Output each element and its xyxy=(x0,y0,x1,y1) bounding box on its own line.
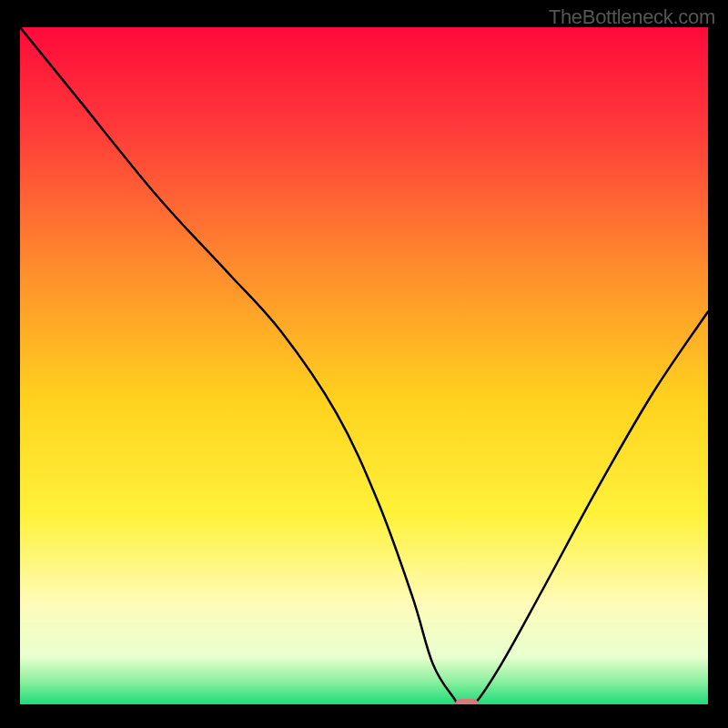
watermark-text: TheBottleneck.com xyxy=(549,5,715,29)
chart-plot-area xyxy=(20,27,708,704)
optimal-point-marker xyxy=(455,699,479,704)
chart-curve xyxy=(20,27,708,704)
